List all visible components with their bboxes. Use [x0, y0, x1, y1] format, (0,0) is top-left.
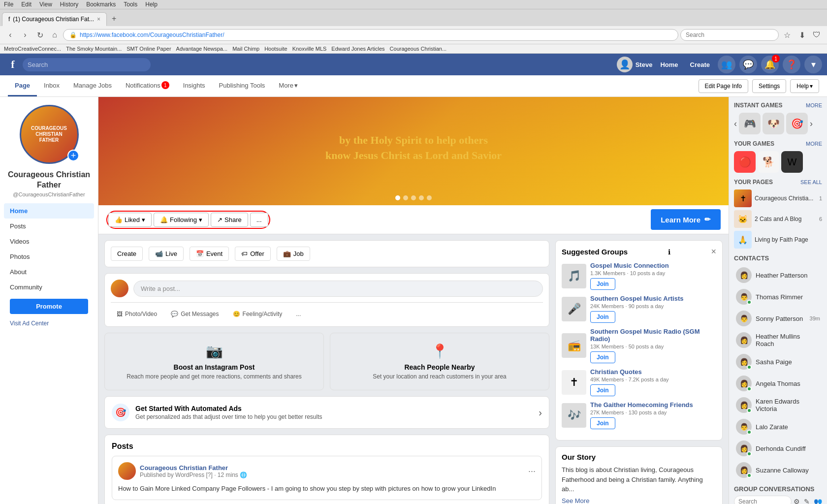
nav-publishing-tools[interactable]: Publishing Tools [212, 76, 272, 96]
group-name-3[interactable]: Southern Gospel Music Radio (SGM Radio) [590, 328, 716, 343]
cover-dot-4[interactable] [419, 195, 424, 200]
group-name-4[interactable]: Christian Quotes [590, 368, 716, 376]
gc-settings-icon[interactable]: ⚙ [794, 498, 800, 504]
visit-ad-center-link[interactable]: Visit Ad Center [4, 318, 94, 329]
join-btn-4[interactable]: Join [590, 384, 615, 396]
friends-icon-btn[interactable]: 👥 [718, 56, 735, 73]
your-page-2[interactable]: 🐱 2 Cats and A Blog 6 [734, 210, 822, 228]
account-menu-btn[interactable]: ▾ [804, 56, 822, 73]
contact-thomas-rimmer[interactable]: 👨 Thomas Rimmer [734, 287, 822, 306]
notifications-icon-btn[interactable]: 🔔 1 [761, 56, 779, 73]
get-messages-button[interactable]: 💬 Get Messages [165, 308, 224, 320]
share-button[interactable]: ↗ Share [211, 213, 248, 227]
more-options-button[interactable]: ... [250, 213, 268, 227]
create-button[interactable]: Create [111, 247, 143, 261]
group-name-5[interactable]: The Gaither Homecoming Friends [590, 401, 716, 409]
gc-search-input[interactable] [734, 496, 792, 504]
learn-more-button[interactable]: Learn More ✏ [651, 209, 721, 230]
contact-lalo-zarate[interactable]: 👨 Lalo Zarate [734, 417, 822, 436]
help-icon-btn[interactable]: ❓ [783, 56, 800, 73]
forward-button[interactable]: › [19, 29, 32, 41]
sidebar-nav-home[interactable]: Home [4, 203, 94, 219]
cover-dot-5[interactable] [427, 195, 432, 200]
gc-add-icon[interactable]: 👥 [814, 498, 822, 504]
contact-angela-thomas[interactable]: 👩 Angela Thomas [734, 374, 822, 393]
shield-button[interactable]: 🛡 [810, 29, 823, 41]
bookmark-courageous[interactable]: Courageous Christian... [390, 46, 447, 52]
refresh-button[interactable]: ↻ [33, 29, 46, 41]
instant-games-more[interactable]: MORE [806, 102, 822, 108]
settings-btn[interactable]: Settings [752, 79, 786, 93]
composer-more-button[interactable]: ... [290, 308, 307, 320]
menu-file[interactable]: File [4, 1, 13, 8]
contact-heather-patterson[interactable]: 👩 Heather Patterson [734, 266, 822, 284]
live-button[interactable]: 📹 Live [149, 247, 184, 261]
edit-page-info-btn[interactable]: Edit Page Info [699, 79, 748, 93]
games-next-btn[interactable]: › [810, 119, 813, 129]
reach-nearby-card[interactable]: 📍 Reach People Nearby Set your location … [330, 333, 549, 390]
group-name-1[interactable]: Gospel Music Connection [590, 262, 716, 269]
promote-button[interactable]: Promote [10, 299, 88, 314]
boost-instagram-card[interactable]: 📷 Boost an Instagram Post Reach more peo… [104, 333, 324, 390]
nav-inbox[interactable]: Inbox [37, 76, 66, 96]
liked-button[interactable]: 👍 Liked ▾ [108, 213, 152, 227]
join-btn-3[interactable]: Join [590, 351, 615, 363]
sidebar-nav-about[interactable]: About [4, 264, 94, 280]
contact-sasha-paige[interactable]: 👩 Sasha Paige [734, 352, 822, 371]
your-pages-see-all[interactable]: SEE ALL [800, 179, 822, 185]
sidebar-nav-community[interactable]: Community [4, 280, 94, 295]
active-tab[interactable]: f (1) Courageous Christian Fat... × [2, 12, 107, 26]
post-menu-btn[interactable]: ··· [528, 466, 536, 476]
cover-dot-1[interactable] [395, 195, 400, 200]
cover-dot-3[interactable] [411, 195, 416, 200]
address-bar[interactable]: 🔒 https://www.facebook.com/CourageousChr… [63, 29, 678, 41]
sidebar-nav-photos[interactable]: Photos [4, 249, 94, 264]
your-page-1[interactable]: ✝ Courageous Christia... 1 [734, 189, 822, 207]
menu-tools[interactable]: Tools [124, 1, 137, 8]
suggested-groups-close-btn[interactable]: × [711, 247, 716, 257]
bookmark-knoxville[interactable]: Knoxville MLS [292, 46, 327, 52]
composer-field[interactable]: Write a post... [133, 281, 543, 297]
bookmark-metacreative[interactable]: MetroCreativeConnec... [4, 46, 61, 52]
see-more-link[interactable]: See More [562, 497, 716, 504]
game-thumb-3[interactable]: 🎯 [786, 113, 808, 134]
nav-page[interactable]: Page [8, 76, 37, 96]
bookmark-smoky[interactable]: The Smoky Mountain... [66, 46, 122, 52]
feeling-activity-button[interactable]: 😊 Feeling/Activity [227, 308, 288, 320]
your-game-1[interactable]: 🔴 [734, 151, 756, 173]
sidebar-nav-posts[interactable]: Posts [4, 219, 94, 234]
sidebar-nav-videos[interactable]: Videos [4, 234, 94, 249]
back-button[interactable]: ‹ [4, 29, 17, 41]
your-game-3[interactable]: W [781, 151, 803, 173]
join-btn-1[interactable]: Join [590, 278, 615, 290]
event-button[interactable]: 📅 Event [190, 247, 229, 261]
your-game-2[interactable]: 🐕 [758, 151, 779, 173]
facebook-search-input[interactable] [23, 58, 151, 71]
help-btn[interactable]: Help ▾ [790, 79, 819, 93]
contact-heather-mullins[interactable]: 👩 Heather Mullins Roach [734, 331, 822, 349]
contact-derhonda-cundiff[interactable]: 👩 Derhonda Cundiff [734, 439, 822, 458]
fb-nav-create[interactable]: Create [686, 59, 714, 70]
menu-help[interactable]: Help [145, 1, 158, 8]
offer-button[interactable]: 🏷 Offer [235, 247, 271, 261]
following-button[interactable]: 🔔 Following ▾ [154, 213, 209, 227]
nav-insights[interactable]: Insights [176, 76, 212, 96]
messenger-icon-btn[interactable]: 💬 [739, 56, 757, 73]
contact-suzanne-calloway[interactable]: 👩 Suzanne Calloway [734, 461, 822, 479]
bookmark-advantage[interactable]: Advantage Newspa... [176, 46, 228, 52]
facebook-user-profile[interactable]: 👤 Steve [617, 57, 653, 72]
group-name-2[interactable]: Southern Gospel Music Artists [590, 295, 716, 302]
bookmark-hootsuite[interactable]: Hootsuite [264, 46, 287, 52]
job-button[interactable]: 💼 Job [277, 247, 310, 261]
cover-dot-2[interactable] [403, 195, 408, 200]
photo-video-button[interactable]: 🖼 Photo/Video [111, 308, 163, 320]
menu-history[interactable]: History [60, 1, 78, 8]
your-page-3[interactable]: 🙏 Living by Faith Page [734, 231, 822, 249]
menu-bookmarks[interactable]: Bookmarks [86, 1, 116, 8]
contact-karen-edwards[interactable]: 👩 Karen Edwards Victoria [734, 396, 822, 414]
home-button[interactable]: ⌂ [48, 29, 61, 41]
menu-edit[interactable]: Edit [21, 1, 32, 8]
nav-more[interactable]: More ▾ [272, 76, 305, 96]
download-button[interactable]: ⬇ [795, 29, 808, 41]
browser-search-input[interactable] [680, 29, 779, 41]
